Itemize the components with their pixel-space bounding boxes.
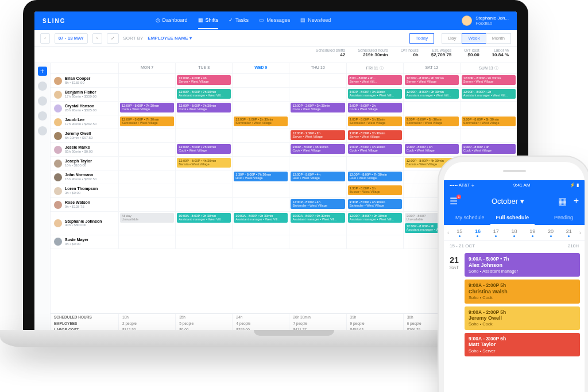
shift-block[interactable]: 10:00A - 8:00P • 9h 30minAssistant manag… — [291, 213, 345, 223]
schedule-cell[interactable]: 12:00P - 3:30P • 3hServer • West Village — [289, 129, 346, 142]
schedule-cell[interactable]: 3:00P - 8:00P • 3h 30minSommelier • West… — [403, 115, 460, 129]
rail-location-icon[interactable] — [38, 81, 47, 91]
schedule-cell[interactable]: 12:00P - 8:00P • 3h 30minAssistant manag… — [346, 212, 403, 235]
employee-cell[interactable]: Joseph Taylor10h • $100.00 — [51, 157, 118, 170]
prev-week-button[interactable]: ‹ — [446, 230, 450, 236]
schedule-cell[interactable] — [232, 235, 289, 249]
schedule-cell[interactable]: 12:00P - 4:00P • 4hServer • West Village — [175, 74, 232, 87]
shift-block[interactable]: 3:00P - 8:00P • 3h 30minSommelier • West… — [348, 117, 402, 126]
schedule-cell[interactable] — [289, 88, 346, 101]
shift-block[interactable]: 12:00P - 3:30P • 3hServer • West Village — [291, 130, 345, 140]
employee-cell[interactable]: Brian Cooper8h • $165.00 — [51, 74, 118, 87]
shift-block[interactable]: 12:00P - 8:00P • 7h 30minCook • West Vil… — [177, 144, 231, 154]
shift-block[interactable]: 12:00P - 8:00P • 7h 30minSommelier • Wes… — [120, 117, 174, 126]
sort-dropdown[interactable]: EMPLOYEE NAME ▾ — [148, 36, 191, 41]
schedule-cell[interactable]: 3:00P - 8:00P • 4h 30minCook • West Vill… — [289, 143, 346, 156]
next-range-button[interactable]: › — [92, 33, 102, 44]
shift-block[interactable]: 12:00P - 8:00P • 7h 30minAssistant manag… — [177, 89, 231, 99]
day-header[interactable]: THU 10 — [289, 63, 346, 73]
schedule-cell[interactable] — [289, 115, 346, 129]
shift-block[interactable]: 12:00P - 8:00P • 4h 30minBarista • West … — [177, 158, 231, 168]
schedule-cell[interactable]: 3:30P - 8:00P • 3hBusser • West Village — [346, 184, 403, 197]
month-picker[interactable]: October ▾ — [492, 197, 524, 205]
schedule-cell[interactable]: 12:00P - 8:00P • 7h 30minCook • West Vil… — [118, 102, 175, 115]
calendar-today-button[interactable]: ▦ — [558, 196, 567, 207]
shift-block[interactable]: 3:30P - 8:00P • 4hCook • West Village — [462, 144, 516, 154]
schedule-cell[interactable]: 4:00P - 8:00P • 3h 30minAssistant manage… — [346, 88, 403, 101]
schedule-cell[interactable]: 12:00P - 8:00P • 7h 30minAssistant manag… — [175, 88, 232, 101]
schedule-cell[interactable]: 12:00P - 2:00P • 3h 30minCook • West Vil… — [289, 102, 346, 115]
shift-block[interactable]: 3:30P - 8:00P • 4hCook • West Village — [405, 144, 459, 154]
view-month[interactable]: Month — [486, 33, 511, 44]
schedule-cell[interactable] — [118, 235, 175, 249]
schedule-cell[interactable]: 12:00P - 8:00P • 7h 30minSommelier • Wes… — [118, 115, 175, 129]
shift-block[interactable]: 3:30P - 8:00P • 4h 30minBartender • West… — [348, 199, 402, 209]
nav-newsfeed[interactable]: ▤Newsfeed — [300, 12, 331, 29]
schedule-cell[interactable] — [289, 157, 346, 170]
day-header[interactable]: FRI 11 ⓘ — [346, 63, 403, 73]
employee-cell[interactable]: Stephanie Johnson40h • $800.00 — [51, 212, 118, 235]
schedule-cell[interactable]: 3:00P - 8:00P • 3h 30minSommelier • West… — [346, 115, 403, 129]
schedule-cell[interactable]: 3:00P - 8:00P • 4h 30minCook • West Vill… — [346, 143, 403, 156]
employee-cell[interactable]: Jeremy Owell6h 30min • $97.50 — [51, 129, 118, 142]
employee-cell[interactable]: Crystal Hanson20h 30min • $325.00 — [51, 102, 118, 115]
employee-cell[interactable]: John Normann15h 30min • $202.50 — [51, 170, 118, 184]
day-header[interactable]: MON 7 — [118, 63, 175, 73]
shift-block[interactable]: 3:00P - 8:00P • 4h 30minCook • West Vill… — [348, 144, 402, 154]
schedule-cell[interactable]: 12:00P - 8:00P • 4h 30minBarista • West … — [175, 157, 232, 170]
shift-block[interactable]: 12:00P - 4:00P • 4hServer • West Village — [177, 75, 231, 85]
tab-my-schedule[interactable]: My schedule — [450, 211, 490, 225]
shift-block[interactable]: All dayUnavailable — [120, 213, 174, 223]
shift-block[interactable]: 3:00P - 8:00P • 3h 30minSommelier • West… — [405, 117, 459, 126]
schedule-cell[interactable] — [118, 184, 175, 197]
today-button[interactable]: Today — [409, 33, 434, 44]
employee-cell[interactable]: Jacob Lee17h 30min • $262.50 — [51, 115, 118, 129]
schedule-cell[interactable]: 3:00P - 8:00P • 2hCook • West Village — [346, 102, 403, 115]
date-range-picker[interactable]: 07 - 13 MAY — [55, 33, 88, 44]
employee-cell[interactable]: Rose Watson9h • $128.75 — [51, 198, 118, 211]
shift-block[interactable]: 3:00P - 8:00P • 4h 30minCook • West Vill… — [291, 144, 345, 154]
schedule-cell[interactable] — [232, 102, 289, 115]
shift-block[interactable]: 12:00P - 8:00P • 3h 30minServer • West V… — [405, 75, 459, 85]
day-pill[interactable]: 18 — [505, 228, 524, 237]
schedule-cell[interactable] — [175, 184, 232, 197]
schedule-cell[interactable]: 12:00P - 8:00P • 7h 30minHost • West Vil… — [346, 170, 403, 184]
expand-button[interactable]: ⤢ — [107, 33, 119, 44]
shift-block[interactable]: 3:00P - 8:00P • 3h 30minSommelier • West… — [462, 117, 516, 126]
schedule-cell[interactable]: 10:00A - 8:00P • 9h 30minAssistant manag… — [175, 212, 232, 235]
day-header[interactable]: SAT 12 — [403, 63, 460, 73]
schedule-cell[interactable]: 12:00P - 8:00P • 7h 30minCook • West Vil… — [175, 102, 232, 115]
schedule-cell[interactable] — [118, 198, 175, 211]
schedule-cell[interactable] — [232, 143, 289, 156]
schedule-cell[interactable] — [232, 74, 289, 87]
schedule-cell[interactable] — [118, 74, 175, 87]
day-pill[interactable]: 19 — [523, 228, 541, 237]
shift-card[interactable]: 9:00A - 5:00P • 7hAlex JohnsonSoho • Ass… — [465, 253, 580, 277]
shift-block[interactable]: 1:30P - 8:00P • 7h 30minHost • West Vill… — [234, 172, 288, 181]
schedule-cell[interactable] — [175, 170, 232, 184]
day-pill[interactable]: 15 — [450, 228, 469, 237]
schedule-cell[interactable]: 12:00P - 2:00P • 2h 30minSommelier • Wes… — [232, 115, 289, 129]
shift-card[interactable]: 9:00A - 2:00P 5hJeremy OwellSoho • Cook — [465, 306, 580, 330]
shift-card[interactable]: 9:00A - 3:00P 6hMatt TaylorSoho • Server — [465, 333, 580, 356]
schedule-cell[interactable]: 12:00P - 8:00P • 4hBartender • West Vill… — [289, 198, 346, 211]
shift-block[interactable]: 10:00A - 8:00P • 9h 30minAssistant manag… — [234, 213, 288, 223]
schedule-cell[interactable]: 1:30P - 8:00P • 7h 30minHost • West Vill… — [232, 170, 289, 184]
schedule-cell[interactable] — [346, 157, 403, 170]
shift-block[interactable]: 12:00P - 8:00P • 7h 30minHost • West Vil… — [348, 172, 402, 181]
schedule-cell[interactable] — [232, 157, 289, 170]
employee-cell[interactable]: Jessie Marks83h 30min • $0.00 — [51, 143, 118, 156]
shift-block[interactable]: 12:00P - 8:00P • 7h 30minCook • West Vil… — [120, 103, 174, 112]
nav-dashboard[interactable]: ◎Dashboard — [156, 12, 188, 29]
schedule-cell[interactable] — [175, 198, 232, 211]
schedule-cell[interactable]: 12:00P - 8:00P • 4hHost • West Village — [289, 170, 346, 184]
filter-button[interactable]: ☰1 — [450, 196, 458, 207]
schedule-cell[interactable] — [175, 115, 232, 129]
schedule-cell[interactable] — [232, 129, 289, 142]
schedule-cell[interactable] — [118, 143, 175, 156]
day-header[interactable]: TUE 8 — [175, 63, 232, 73]
schedule-cell[interactable]: 8:00 - 8:00P • 9h...Server • West Vill..… — [346, 74, 403, 87]
schedule-cell[interactable] — [403, 129, 460, 142]
employee-cell[interactable]: Benjamin Fisher17h 30min • $350.00 — [51, 88, 118, 101]
nav-shifts[interactable]: ▦Shifts — [198, 12, 219, 29]
